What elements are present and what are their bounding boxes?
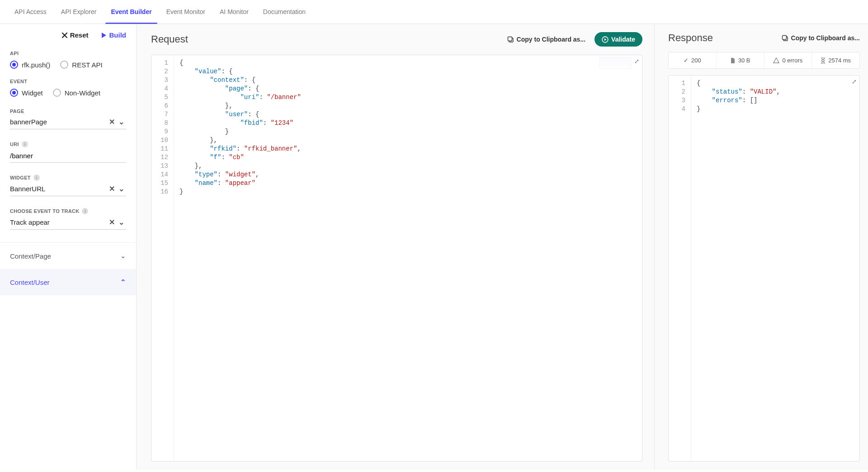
chevron-down-icon[interactable]: ⌄ (117, 218, 126, 227)
check-icon: ✓ (684, 57, 689, 64)
section-label-event-track: CHOOSE EVENT TO TRACK (10, 203, 79, 214)
stat-time: 2574 ms (811, 52, 859, 68)
response-editor[interactable]: ⤢ 1 2 3 4 { "status": "VALID", "errors":… (668, 75, 860, 462)
stat-errors: 0 errors (764, 52, 812, 68)
play-icon (101, 32, 107, 38)
radio-widget[interactable]: Widget (10, 89, 43, 97)
stat-status: ✓ 200 (669, 52, 716, 68)
chevron-down-icon[interactable]: ⌄ (117, 184, 126, 193)
top-tabs: API Access API Explorer Event Builder Ev… (0, 0, 868, 24)
event-track-select[interactable]: Track appear ✕ ⌄ (10, 214, 126, 230)
section-label-widget: WIDGET (10, 170, 31, 180)
radio-label: rfk.push() (22, 61, 50, 69)
accordion-context-page[interactable]: Context/Page ⌄ (0, 243, 136, 269)
radio-label: Non-Widget (65, 89, 100, 97)
uri-field[interactable] (10, 147, 126, 163)
file-icon (730, 57, 736, 64)
copy-response-button[interactable]: Copy to Clipboard as... (782, 34, 860, 42)
chevron-down-icon[interactable]: ⌄ (117, 118, 126, 126)
chevron-down-icon: ⌄ (120, 252, 126, 260)
expand-icon[interactable]: ⤢ (852, 78, 857, 85)
hourglass-icon (821, 57, 826, 64)
widget-select-value: BannerURL (10, 185, 107, 193)
response-title: Response (668, 32, 713, 44)
build-label: Build (109, 31, 127, 39)
radio-non-widget[interactable]: Non-Widget (53, 89, 100, 97)
svg-rect-4 (782, 35, 786, 39)
svg-rect-1 (508, 37, 512, 41)
response-panel: Response Copy to Clipboard as... ✓ 200 (655, 24, 868, 470)
radio-rest-api[interactable]: REST API (60, 61, 102, 69)
response-code[interactable]: { "status": "VALID", "errors": [] } (691, 76, 786, 461)
uri-input[interactable] (10, 152, 126, 160)
tab-api-explorer[interactable]: API Explorer (56, 0, 102, 24)
section-label-api: API (0, 42, 136, 59)
copy-icon (782, 35, 788, 42)
play-circle-icon (602, 36, 609, 43)
page-select[interactable]: bannerPage ✕ ⌄ (10, 114, 126, 129)
clear-icon[interactable]: ✕ (107, 218, 117, 227)
warning-icon (773, 57, 779, 63)
tab-api-access[interactable]: API Access (9, 0, 52, 24)
copy-request-label: Copy to Clipboard as... (517, 36, 585, 43)
tab-event-monitor[interactable]: Event Monitor (161, 0, 211, 24)
section-label-page: PAGE (10, 100, 126, 114)
close-icon (62, 33, 67, 38)
radio-label: Widget (22, 89, 43, 97)
radio-label: REST API (72, 61, 102, 69)
info-icon[interactable]: i (33, 175, 40, 181)
radio-dot-icon (10, 61, 18, 69)
clear-icon[interactable]: ✕ (107, 118, 117, 126)
line-gutter: 1 2 3 4 5 6 7 8 9 10 11 12 13 14 15 16 (151, 55, 174, 461)
info-icon[interactable]: i (82, 208, 88, 214)
build-button[interactable]: Build (101, 31, 127, 39)
copy-request-button[interactable]: Copy to Clipboard as... (507, 36, 585, 43)
tab-event-builder[interactable]: Event Builder (105, 0, 157, 24)
event-track-value: Track appear (10, 218, 107, 226)
request-title: Request (151, 33, 188, 45)
validate-button[interactable]: Validate (594, 32, 642, 47)
expand-icon[interactable]: ⤢ (634, 58, 639, 65)
tab-ai-monitor[interactable]: AI Monitor (214, 0, 254, 24)
request-panel: Request Copy to Clipboard as... Validate (137, 24, 655, 470)
accordion-label: Context/User (10, 278, 50, 286)
tab-documentation[interactable]: Documentation (258, 0, 311, 24)
section-label-event: EVENT (0, 71, 136, 87)
sidebar: Reset Build API rfk.push() REST API EVEN… (0, 24, 137, 470)
line-gutter: 1 2 3 4 (669, 76, 691, 461)
code-minimap[interactable] (599, 57, 631, 69)
widget-select[interactable]: BannerURL ✕ ⌄ (10, 181, 126, 196)
page-select-value: bannerPage (10, 118, 107, 126)
accordion-label: Context/Page (10, 252, 51, 260)
stat-size: 30 B (716, 52, 764, 68)
reset-label: Reset (70, 31, 89, 39)
radio-dot-icon (10, 89, 18, 97)
radio-dot-icon (60, 61, 68, 69)
request-editor[interactable]: ⤢ 1 2 3 4 5 6 7 8 9 10 11 12 13 14 15 16… (151, 55, 642, 462)
clear-icon[interactable]: ✕ (107, 184, 117, 193)
reset-button[interactable]: Reset (62, 31, 89, 39)
validate-label: Validate (611, 36, 635, 43)
response-stats: ✓ 200 30 B 0 errors 2574 ms (668, 52, 860, 69)
accordion-context-user[interactable]: Context/User ⌃ (0, 269, 136, 295)
radio-rfk-push[interactable]: rfk.push() (10, 61, 50, 69)
request-code[interactable]: { "value": { "context": { "page": { "uri… (174, 55, 307, 461)
chevron-up-icon: ⌃ (120, 278, 126, 286)
section-label-uri: URI (10, 136, 19, 147)
copy-icon (507, 36, 514, 43)
info-icon[interactable]: i (22, 141, 28, 147)
copy-response-label: Copy to Clipboard as... (791, 34, 860, 42)
radio-dot-icon (53, 89, 61, 97)
